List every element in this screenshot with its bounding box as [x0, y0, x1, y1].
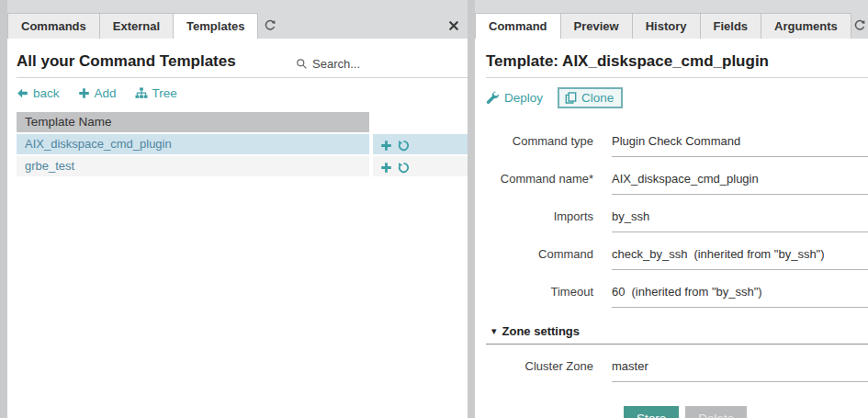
- timeout-field[interactable]: 60(inherited from "by_ssh"): [612, 283, 868, 308]
- left-content: All your Command Templates: [7, 39, 468, 418]
- deploy-link-label: Deploy: [504, 91, 543, 105]
- tree-link-label: Tree: [152, 86, 177, 100]
- field-label: Command: [486, 245, 612, 270]
- search-input[interactable]: [312, 57, 464, 71]
- row-actions-cell: [373, 134, 468, 154]
- template-toolbar: Deploy Clone: [486, 78, 868, 112]
- right-tabbar: Command Preview History Fields Arguments: [475, 0, 868, 39]
- deploy-link[interactable]: Deploy: [486, 91, 543, 105]
- field-label: Timeout: [486, 283, 612, 308]
- history-icon[interactable]: [398, 140, 410, 152]
- tab-commands[interactable]: Commands: [7, 13, 100, 39]
- back-link[interactable]: back: [17, 86, 60, 100]
- tab-preview[interactable]: Preview: [561, 13, 633, 39]
- refresh-icon[interactable]: [258, 13, 282, 39]
- table-header-row: Template Name: [17, 112, 468, 132]
- tab-arguments[interactable]: Arguments: [761, 13, 851, 39]
- tab-external[interactable]: External: [100, 13, 174, 39]
- field-label: Command type: [486, 132, 612, 157]
- imports-field[interactable]: by_ssh: [612, 208, 868, 232]
- tab-command[interactable]: Command: [475, 13, 561, 39]
- plus-icon: [78, 87, 90, 99]
- command-template-form: Command type Plugin Check Command Comman…: [486, 132, 868, 418]
- field-note: (inherited from "by_ssh"): [693, 247, 824, 261]
- form-buttons: Store Delete: [624, 406, 868, 418]
- row-actions-cell: [373, 156, 468, 176]
- field-note: (inherited from "by_ssh"): [631, 285, 761, 299]
- template-table: Template Name AIX_diskspace_cmd_plugin: [17, 112, 468, 176]
- template-title: Template: AIX_diskspace_cmd_plugin: [486, 53, 868, 71]
- clone-button[interactable]: Clone: [558, 87, 623, 108]
- search-icon: [296, 58, 308, 70]
- field-label: Command name*: [486, 170, 612, 195]
- add-link[interactable]: Add: [78, 86, 117, 100]
- field-label: Cluster Zone: [486, 357, 612, 382]
- template-name-cell: AIX_diskspace_cmd_plugin: [17, 134, 369, 154]
- history-icon[interactable]: [398, 162, 410, 174]
- app-window: Commands External Templates All your Com…: [0, 0, 868, 418]
- close-icon[interactable]: [442, 13, 466, 39]
- command-field[interactable]: check_by_ssh(inherited from "by_ssh"): [612, 245, 868, 270]
- page-title: All your Command Templates: [17, 53, 236, 71]
- store-button[interactable]: Store: [624, 406, 679, 418]
- zone-settings-title: Zone settings: [502, 324, 581, 338]
- field-value-text: Plugin Check Command: [612, 134, 740, 148]
- table-header-template-name: Template Name: [17, 112, 369, 132]
- clone-button-label: Clone: [581, 91, 614, 105]
- add-link-label: Add: [95, 86, 117, 100]
- right-header-row: Template: AIX_diskspace_cmd_plugin: [486, 53, 868, 78]
- form-field-command-name: Command name* AIX_diskspace_cmd_plugin: [486, 170, 868, 195]
- table-row: AIX_diskspace_cmd_plugin: [17, 134, 468, 154]
- field-label: Imports: [486, 208, 612, 232]
- field-value-text: check_by_ssh: [612, 247, 687, 261]
- form-field-imports: Imports by_ssh: [486, 208, 868, 232]
- command-name-field[interactable]: AIX_diskspace_cmd_plugin: [612, 170, 868, 195]
- form-field-cluster-zone: Cluster Zone master: [486, 357, 868, 382]
- cluster-zone-field[interactable]: master: [612, 357, 868, 382]
- zone-settings-section-toggle[interactable]: ▾ Zone settings: [486, 321, 868, 345]
- template-link[interactable]: grbe_test: [25, 159, 74, 173]
- form-field-timeout: Timeout 60(inherited from "by_ssh"): [486, 283, 868, 308]
- field-value-text: master: [612, 359, 648, 373]
- arrow-left-icon: [17, 87, 28, 99]
- commands-panel: Commands External Templates All your Com…: [7, 0, 468, 418]
- left-header-row: All your Command Templates: [17, 53, 468, 78]
- delete-button[interactable]: Delete: [685, 406, 747, 418]
- tab-templates[interactable]: Templates: [174, 13, 258, 39]
- template-name-cell: grbe_test: [17, 156, 369, 176]
- table-row: grbe_test: [17, 156, 468, 176]
- action-links: back Add: [17, 78, 468, 109]
- search-box: [296, 57, 468, 71]
- command-type-field[interactable]: Plugin Check Command: [612, 132, 868, 157]
- plus-icon[interactable]: [380, 162, 392, 174]
- caret-down-icon: ▾: [491, 325, 497, 337]
- table-header-actions: [373, 112, 468, 132]
- template-link[interactable]: AIX_diskspace_cmd_plugin: [25, 137, 172, 151]
- field-value-text: 60: [612, 285, 625, 299]
- panel-divider: [468, 0, 475, 418]
- left-gutter: [0, 0, 7, 418]
- sitemap-icon: [135, 87, 148, 99]
- clone-icon: [565, 92, 577, 104]
- right-content: Template: AIX_diskspace_cmd_plugin Deplo…: [475, 39, 868, 418]
- left-tabbar: Commands External Templates: [7, 0, 468, 39]
- plus-icon[interactable]: [380, 140, 392, 152]
- tab-history[interactable]: History: [633, 13, 701, 39]
- tree-link[interactable]: Tree: [135, 86, 177, 100]
- wrench-icon: [486, 91, 499, 104]
- form-field-command-type: Command type Plugin Check Command: [486, 132, 868, 157]
- field-value-text: by_ssh: [612, 209, 649, 223]
- field-value-text: AIX_diskspace_cmd_plugin: [612, 172, 759, 186]
- template-detail-panel: Command Preview History Fields Arguments…: [475, 0, 868, 418]
- tab-fields[interactable]: Fields: [701, 13, 762, 39]
- refresh-icon[interactable]: [851, 13, 868, 39]
- back-link-label: back: [33, 86, 60, 100]
- form-field-command: Command check_by_ssh(inherited from "by_…: [486, 245, 868, 270]
